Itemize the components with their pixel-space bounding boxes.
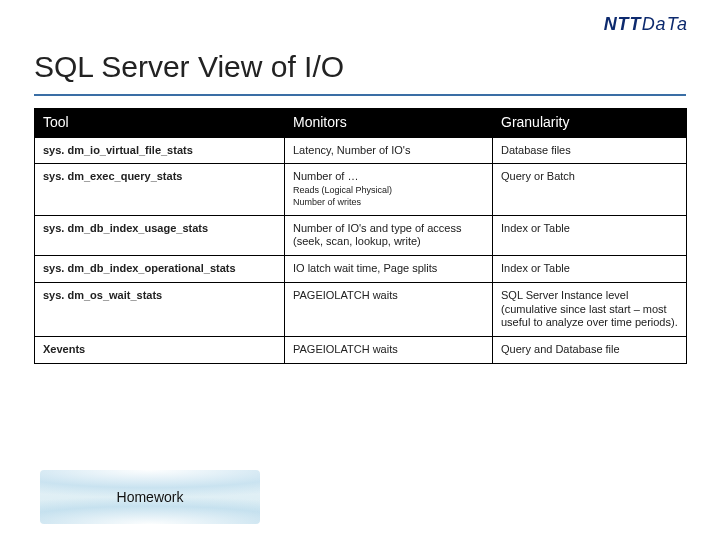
cell-granularity: Query and Database file [493,337,687,364]
table-header-row: Tool Monitors Granularity [35,109,687,138]
col-header-monitors: Monitors [285,109,493,138]
slide: NTTDaTa SQL Server View of I/O Tool Moni… [0,0,720,540]
cell-monitors: PAGEIOLATCH waits [285,282,493,336]
cell-granularity: SQL Server Instance level (cumulative si… [493,282,687,336]
col-header-granularity: Granularity [493,109,687,138]
monitors-main: PAGEIOLATCH waits [293,289,398,301]
col-header-tool: Tool [35,109,285,138]
table-row: sys. dm_exec_query_stats Number of … Rea… [35,164,687,215]
page-title: SQL Server View of I/O [34,50,344,84]
cell-tool: sys. dm_io_virtual_file_stats [35,137,285,164]
cell-monitors: PAGEIOLATCH waits [285,337,493,364]
cell-tool: Xevents [35,337,285,364]
table-row: sys. dm_db_index_operational_stats IO la… [35,256,687,283]
io-table: Tool Monitors Granularity sys. dm_io_vir… [34,108,687,364]
cell-monitors: Number of … Reads (Logical Physical) Num… [285,164,493,215]
table-row: sys. dm_db_index_usage_stats Number of I… [35,215,687,256]
cell-granularity: Index or Table [493,215,687,256]
cell-granularity: Database files [493,137,687,164]
cell-granularity: Query or Batch [493,164,687,215]
homework-label: Homework [117,489,184,505]
cell-tool: sys. dm_exec_query_stats [35,164,285,215]
table-row: sys. dm_os_wait_stats PAGEIOLATCH waits … [35,282,687,336]
cell-monitors: Number of IO's and type of access (seek,… [285,215,493,256]
monitors-main: Number of … [293,170,358,182]
brand-name-light: DaTa [642,14,688,34]
cell-granularity: Index or Table [493,256,687,283]
brand-logo: NTTDaTa [604,14,688,35]
monitors-main: Number of IO's and type of access (seek,… [293,222,461,248]
monitors-main: PAGEIOLATCH waits [293,343,398,355]
table-row: sys. dm_io_virtual_file_stats Latency, N… [35,137,687,164]
homework-callout: Homework [40,470,260,524]
monitors-main: Latency, Number of IO's [293,144,410,156]
cell-tool: sys. dm_db_index_usage_stats [35,215,285,256]
cell-tool: sys. dm_os_wait_stats [35,282,285,336]
cell-monitors: IO latch wait time, Page splits [285,256,493,283]
title-underline [34,94,686,96]
monitors-sub: Reads (Logical Physical) [293,185,484,196]
table-row: Xevents PAGEIOLATCH waits Query and Data… [35,337,687,364]
cell-tool: sys. dm_db_index_operational_stats [35,256,285,283]
monitors-main: IO latch wait time, Page splits [293,262,437,274]
cell-monitors: Latency, Number of IO's [285,137,493,164]
monitors-sub: Number of writes [293,197,484,208]
brand-name-bold: NTT [604,14,642,34]
